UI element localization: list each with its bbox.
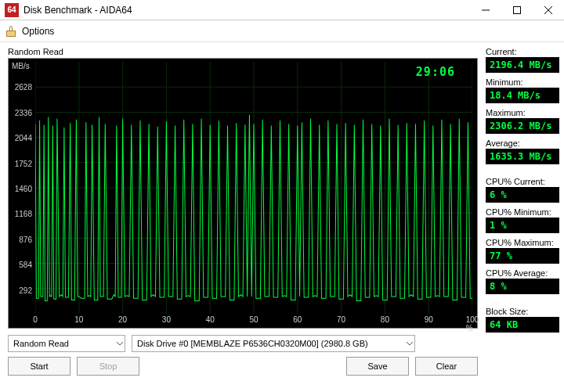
y-tick: 1752 — [9, 159, 32, 167]
y-tick: 2044 — [9, 134, 32, 142]
y-tick: 1460 — [9, 185, 32, 193]
stat-value: 2196.4 MB/s — [486, 57, 559, 73]
stat-label: CPU% Average: — [486, 268, 559, 278]
y-tick: 584 — [9, 261, 32, 269]
plot-area — [35, 62, 472, 314]
stat-cpu-minimum: CPU% Minimum: 1 % — [486, 207, 559, 233]
x-tick: 0 — [33, 315, 38, 324]
start-button[interactable]: Start — [8, 357, 70, 376]
x-tick: 40 — [206, 315, 215, 324]
stat-minimum: Minimum: 18.4 MB/s — [486, 77, 559, 103]
y-axis-unit: MB/s — [12, 62, 30, 70]
test-select-value: Random Read — [13, 339, 112, 348]
chart: MB/s 292584876116814601752204423362628 0… — [8, 58, 478, 329]
stat-label: CPU% Current: — [486, 177, 559, 186]
plot-svg — [35, 62, 472, 314]
chart-title: Random Read — [8, 47, 478, 56]
y-tick: 1168 — [9, 210, 32, 218]
minimize-icon — [482, 6, 490, 14]
stat-block-size: Block Size: 64 KB — [486, 307, 559, 333]
stat-label: Block Size: — [486, 307, 559, 316]
x-tick: 30 — [162, 315, 171, 324]
x-tick: 100 % — [466, 315, 479, 333]
stat-cpu-maximum: CPU% Maximum: 77 % — [486, 238, 559, 264]
stat-value: 1635.3 MB/s — [486, 149, 559, 164]
x-tick: 70 — [337, 315, 345, 324]
x-tick: 20 — [118, 315, 127, 324]
stat-label: CPU% Maximum: — [486, 238, 559, 247]
maximize-icon — [513, 6, 521, 14]
options-menu[interactable]: Options — [5, 24, 54, 38]
x-tick: 50 — [249, 315, 258, 324]
stat-value: 18.4 MB/s — [486, 88, 559, 103]
stat-value: 77 % — [486, 248, 559, 264]
stat-label: Minimum: — [486, 77, 559, 87]
stat-current: Current: 2196.4 MB/s — [486, 47, 559, 73]
chevron-down-icon — [117, 340, 123, 347]
stat-value: 1 % — [486, 218, 559, 233]
y-tick: 2628 — [9, 83, 32, 92]
drive-select[interactable]: Disk Drive #0 [MEMBLAZE P6536CH0320M00] … — [132, 335, 415, 352]
y-axis: MB/s 292584876116814601752204423362628 — [9, 59, 35, 314]
elapsed-timer: 29:06 — [416, 65, 455, 79]
clear-button[interactable]: Clear — [415, 357, 478, 376]
y-tick: 2336 — [9, 108, 32, 117]
x-tick: 90 — [425, 315, 433, 324]
options-label: Options — [22, 26, 54, 37]
stat-label: Average: — [486, 138, 559, 148]
stat-label: Maximum: — [486, 108, 559, 117]
y-tick: 876 — [9, 235, 32, 243]
x-axis: 0102030405060708090100 % — [35, 315, 472, 326]
stats-panel: Current: 2196.4 MB/s Minimum: 18.4 MB/s … — [484, 42, 564, 392]
controls-row: Random Read Disk Drive #0 [MEMBLAZE P653… — [8, 335, 478, 352]
stat-maximum: Maximum: 2306.2 MB/s — [486, 108, 559, 134]
left-panel: Random Read MB/s 29258487611681460175220… — [0, 42, 484, 392]
main-area: Random Read MB/s 29258487611681460175220… — [0, 42, 564, 392]
stat-value: 2306.2 MB/s — [486, 118, 559, 134]
stat-value: 64 KB — [486, 317, 559, 333]
maximize-button[interactable] — [501, 0, 533, 20]
y-tick: 292 — [9, 286, 32, 294]
grid — [35, 62, 472, 314]
test-select[interactable]: Random Read — [8, 335, 125, 352]
title-bar: 64 Disk Benchmark - AIDA64 — [0, 0, 564, 20]
drive-select-value: Disk Drive #0 [MEMBLAZE P6536CH0320M00] … — [137, 339, 402, 348]
options-icon — [5, 24, 19, 38]
x-tick: 80 — [381, 315, 389, 324]
stat-cpu-average: CPU% Average: 8 % — [486, 268, 559, 294]
menubar: Options — [0, 20, 564, 42]
minimize-button[interactable] — [470, 0, 501, 20]
stat-label: CPU% Minimum: — [486, 207, 559, 217]
close-icon — [544, 6, 552, 14]
stat-cpu-current: CPU% Current: 6 % — [486, 177, 559, 203]
close-button[interactable] — [533, 0, 564, 20]
window-title: Disk Benchmark - AIDA64 — [24, 5, 470, 16]
app-icon: 64 — [5, 3, 19, 17]
stat-value: 8 % — [486, 279, 559, 294]
svg-rect-0 — [514, 6, 521, 13]
save-button[interactable]: Save — [346, 357, 409, 376]
stat-label: Current: — [486, 47, 559, 56]
x-tick: 60 — [293, 315, 302, 324]
stat-value: 6 % — [486, 187, 559, 203]
stop-button: Stop — [77, 357, 139, 376]
x-tick: 10 — [74, 315, 83, 324]
gap — [486, 169, 559, 172]
stat-average: Average: 1635.3 MB/s — [486, 138, 559, 164]
chevron-down-icon — [407, 340, 413, 347]
button-row: Start Stop Save Clear — [8, 357, 478, 376]
gap — [486, 299, 559, 302]
